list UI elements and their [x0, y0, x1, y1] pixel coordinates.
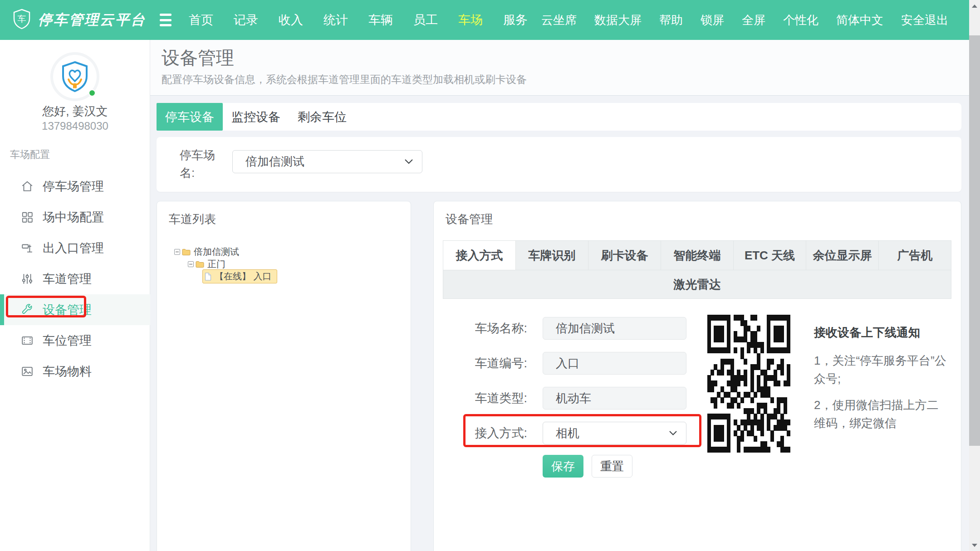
save-button[interactable]: 保存	[543, 455, 583, 478]
access-mode-select-value: 相机	[543, 425, 669, 441]
device-tab-row: 接入方式 车牌识别 刷卡设备 智能终端 ETC 天线 余位显示屏 广告机	[443, 240, 951, 270]
nav-logout[interactable]: 安全退出	[901, 12, 948, 28]
scrollbar-down-button[interactable]	[969, 539, 980, 551]
sidebar-item-parking-lot-management[interactable]: 停车场管理	[0, 171, 150, 202]
lot-filter-card: 停车场 名: 倍加信测试	[157, 137, 961, 192]
qr-code	[707, 315, 790, 453]
tree-selected-node[interactable]: 【在线】 入口	[202, 269, 277, 283]
nav-home[interactable]: 首页	[187, 9, 215, 31]
avatar	[53, 55, 97, 98]
nav-language[interactable]: 简体中文	[836, 12, 883, 28]
utility-nav: 云坐席 数据大屏 帮助 锁屏 全屏 个性化 简体中文 安全退出	[541, 0, 948, 40]
tree-node-entrance[interactable]: 【在线】 入口	[174, 270, 277, 283]
user-phone: 13798498030	[0, 120, 150, 132]
lane-type-label: 车道类型:	[455, 387, 527, 410]
window-scrollbar	[969, 0, 980, 551]
reset-button[interactable]: 重置	[592, 455, 632, 478]
tree-collapse-icon[interactable]	[174, 249, 180, 255]
device-tab-plate-recognition[interactable]: 车牌识别	[516, 241, 588, 270]
brand: 车 停车管理云平台	[12, 0, 146, 40]
tree-collapse-icon[interactable]	[188, 261, 194, 267]
top-navbar: 车 停车管理云平台 首页 记录 收入 统计 车辆 员工 车场 服务 云坐席 数据…	[0, 0, 969, 40]
online-status-dot	[88, 89, 96, 97]
nav-statistics[interactable]: 统计	[322, 9, 350, 31]
parking-lot-select-value: 倍加信测试	[233, 154, 405, 170]
folder-icon	[196, 261, 204, 268]
tab-monitoring-devices[interactable]: 监控设备	[223, 103, 289, 131]
lane-number-input[interactable]	[543, 352, 686, 375]
scrollbar-thumb[interactable]	[969, 35, 980, 446]
nav-data-screen[interactable]: 数据大屏	[594, 12, 642, 28]
lot-name-label: 车场名称:	[455, 317, 527, 340]
main-tabstrip: 停车设备 监控设备 剩余车位	[157, 103, 961, 131]
menu-hamburger-icon[interactable]	[160, 14, 172, 26]
parking-lot-select[interactable]: 倍加信测试	[232, 150, 422, 173]
device-tab-etc-antenna[interactable]: ETC 天线	[734, 241, 806, 270]
lot-name-input[interactable]	[543, 317, 686, 340]
gate-icon	[21, 242, 34, 254]
qr-instructions: 接收设备上下线通知 1，关注“停车服务平台”公众号; 2，使用微信扫描上方二维码…	[814, 325, 950, 440]
nav-personalize[interactable]: 个性化	[783, 12, 818, 28]
sidebar-item-device-management[interactable]: 设备管理	[0, 294, 150, 325]
qr-instruction-step-2: 2，使用微信扫描上方二维码，绑定微信	[814, 396, 950, 432]
svg-text:车: 车	[18, 14, 26, 24]
sidebar-item-parking-space-management[interactable]: 车位管理	[0, 325, 150, 356]
device-management-panel: 设备管理 接入方式 车牌识别 刷卡设备 智能终端 ETC 天线 余位显示屏 广告…	[433, 201, 961, 551]
access-mode-select[interactable]: 相机	[543, 422, 686, 444]
nav-income[interactable]: 收入	[277, 9, 305, 31]
materials-icon	[21, 365, 34, 378]
qr-instruction-step-1: 1，关注“停车服务平台”公众号;	[814, 351, 950, 388]
sidebar-item-lane-management[interactable]: 车道管理	[0, 263, 150, 294]
device-tab-access-mode[interactable]: 接入方式	[443, 241, 516, 270]
nav-help[interactable]: 帮助	[659, 12, 683, 28]
nav-vehicles[interactable]: 车辆	[367, 9, 395, 31]
lane-list-title: 车道列表	[169, 211, 216, 227]
device-subtab-lidar[interactable]: 激光雷达	[443, 270, 951, 299]
nav-staff[interactable]: 员工	[412, 9, 440, 31]
sliders-icon	[21, 273, 34, 285]
sidebar: 您好, 姜汉文 13798498030 车场配置 停车场管理 场中场配置 出入口…	[0, 40, 150, 551]
device-tab-space-display[interactable]: 余位显示屏	[806, 241, 879, 270]
qr-instructions-title: 接收设备上下线通知	[814, 325, 950, 341]
lane-list-panel: 车道列表 倍加信测试 正门 【在线】 入口	[157, 201, 411, 551]
home-icon	[21, 180, 34, 193]
device-tab-card-reader[interactable]: 刷卡设备	[588, 241, 661, 270]
sidebar-section-title: 车场配置	[10, 148, 50, 161]
parking-spot-icon	[21, 334, 34, 347]
lane-type-input[interactable]	[543, 387, 686, 410]
nav-cloud-seat[interactable]: 云坐席	[541, 12, 577, 28]
nav-records[interactable]: 记录	[232, 9, 260, 31]
tree-node-root[interactable]: 倍加信测试	[174, 246, 277, 258]
page-subtitle: 配置停车场设备信息，系统会根据车道管理里面的车道类型加载相机或刷卡设备	[162, 73, 527, 87]
brand-name: 停车管理云平台	[38, 10, 146, 29]
scrollbar-up-button[interactable]	[969, 0, 980, 12]
lane-number-label: 车道编号:	[455, 352, 527, 375]
grid-icon	[21, 211, 34, 224]
nav-parking-lot[interactable]: 车场	[456, 9, 485, 31]
page-title: 设备管理	[162, 45, 234, 70]
scroll-up-icon	[972, 5, 977, 8]
sidebar-item-lot-in-lot-config[interactable]: 场中场配置	[0, 202, 150, 233]
sidebar-item-entrance-exit-management[interactable]: 出入口管理	[0, 233, 150, 263]
folder-icon	[182, 249, 191, 256]
nav-fullscreen[interactable]: 全屏	[742, 12, 765, 28]
wrench-icon	[21, 303, 34, 316]
chevron-down-icon	[669, 431, 677, 435]
tab-remaining-spaces[interactable]: 剩余车位	[289, 103, 355, 131]
avatar-shield-icon	[59, 60, 90, 93]
sidebar-item-lot-materials[interactable]: 车场物料	[0, 356, 150, 387]
brand-shield-icon: 车	[12, 8, 32, 32]
user-greeting: 您好, 姜汉文	[0, 103, 150, 119]
nav-lock-screen[interactable]: 锁屏	[701, 12, 724, 28]
access-mode-label: 接入方式:	[455, 422, 527, 444]
nav-services[interactable]: 服务	[501, 9, 529, 31]
tree-node-gate[interactable]: 正门	[174, 258, 277, 270]
device-tab-ad-machine[interactable]: 广告机	[879, 241, 951, 270]
app-root: 车 停车管理云平台 首页 记录 收入 统计 车辆 员工 车场 服务 云坐席 数据…	[0, 0, 980, 551]
main-content: 设备管理 配置停车场设备信息，系统会根据车道管理里面的车道类型加载相机或刷卡设备…	[150, 40, 969, 551]
file-icon	[205, 273, 211, 281]
chevron-down-icon	[405, 159, 413, 164]
sidebar-menu: 停车场管理 场中场配置 出入口管理 车道管理 设备管理 车位管理	[0, 171, 150, 387]
tab-parking-devices[interactable]: 停车设备	[157, 103, 223, 131]
device-tab-smart-terminal[interactable]: 智能终端	[661, 241, 734, 270]
